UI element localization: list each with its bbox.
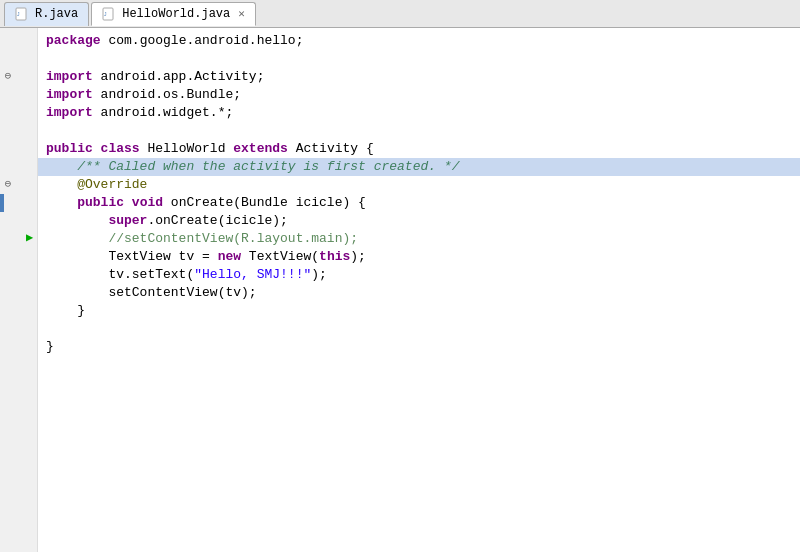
kw-new: new bbox=[218, 248, 249, 266]
tab-helloworld-label: HelloWorld.java bbox=[122, 7, 230, 21]
code-line-8: /** Called when the activity is first cr… bbox=[38, 158, 800, 176]
tab-r-java[interactable]: J R.java bbox=[4, 2, 89, 26]
code-line-4: import android.os.Bundle; bbox=[38, 86, 800, 104]
code-line-13: TextView tv = new TextView(this); bbox=[38, 248, 800, 266]
kw-import-3: import bbox=[46, 104, 101, 122]
code-line-10: public void onCreate(Bundle icicle) { bbox=[38, 194, 800, 212]
code-line-17 bbox=[38, 320, 800, 338]
import-bundle: android.os.Bundle; bbox=[101, 86, 241, 104]
kw-public-2: public bbox=[46, 194, 132, 212]
java-file-icon: J bbox=[15, 7, 29, 21]
tab-r-java-label: R.java bbox=[35, 7, 78, 21]
tab-bar: J R.java J HelloWorld.java ✕ bbox=[0, 0, 800, 28]
fold-imports-icon[interactable]: ⊖ bbox=[2, 68, 14, 82]
code-content[interactable]: package com.google.android.hello; import… bbox=[38, 28, 800, 552]
string-literal: "Hello, SMJ!!!" bbox=[194, 266, 311, 284]
code-line-5: import android.widget.*; bbox=[38, 104, 800, 122]
super-call: .onCreate(icicle); bbox=[147, 212, 287, 230]
textview-ctor-2: ); bbox=[350, 248, 366, 266]
class-name: HelloWorld bbox=[147, 140, 233, 158]
kw-class: class bbox=[101, 140, 148, 158]
javadoc-comment: /** Called when the activity is first cr… bbox=[46, 158, 459, 176]
bookmark-icon: ▶ bbox=[26, 230, 33, 245]
editor-window: J R.java J HelloWorld.java ✕ ⊖ ⊖ ▶ bbox=[0, 0, 800, 552]
code-line-9: @Override bbox=[38, 176, 800, 194]
code-line-3: import android.app.Activity; bbox=[38, 68, 800, 86]
code-line-2 bbox=[38, 50, 800, 68]
method-oncreate: onCreate(Bundle icicle) { bbox=[171, 194, 366, 212]
import-widget: android.widget.*; bbox=[101, 104, 234, 122]
annotation-override: @Override bbox=[46, 176, 147, 194]
brace-close-method: } bbox=[46, 302, 85, 320]
tab-close-icon[interactable]: ✕ bbox=[238, 7, 245, 20]
kw-import-2: import bbox=[46, 86, 101, 104]
code-line-6 bbox=[38, 122, 800, 140]
kw-super: super bbox=[46, 212, 147, 230]
pkg-name: com.google.android.hello; bbox=[108, 32, 303, 50]
textview-ctor-1: TextView( bbox=[249, 248, 319, 266]
editor-area: ⊖ ⊖ ▶ package com.google.android.hello; … bbox=[0, 28, 800, 552]
kw-import-1: import bbox=[46, 68, 101, 86]
import-activity: android.app.Activity; bbox=[101, 68, 265, 86]
kw-package: package bbox=[46, 32, 108, 50]
fold-override-icon[interactable]: ⊖ bbox=[2, 176, 14, 190]
textview-var: TextView tv = bbox=[46, 248, 218, 266]
setcontentview-call: setContentView(tv); bbox=[46, 284, 257, 302]
code-line-18: } bbox=[38, 338, 800, 356]
code-line-15: setContentView(tv); bbox=[38, 284, 800, 302]
java-file-icon-2: J bbox=[102, 7, 116, 21]
gutter: ⊖ ⊖ ▶ bbox=[0, 28, 38, 552]
code-line-12: //setContentView(R.layout.main); bbox=[38, 230, 800, 248]
kw-public-1: public bbox=[46, 140, 101, 158]
settext-call: tv.setText( bbox=[46, 266, 194, 284]
kw-this: this bbox=[319, 248, 350, 266]
tab-helloworld-java[interactable]: J HelloWorld.java ✕ bbox=[91, 2, 256, 26]
selection-bar bbox=[0, 194, 4, 212]
code-line-7: public class HelloWorld extends Activity… bbox=[38, 140, 800, 158]
kw-extends: extends bbox=[233, 140, 295, 158]
settext-close: ); bbox=[311, 266, 327, 284]
code-line-14: tv.setText("Hello, SMJ!!!"); bbox=[38, 266, 800, 284]
comment-disabled-line: //setContentView(R.layout.main); bbox=[46, 230, 358, 248]
class-extends: Activity { bbox=[296, 140, 374, 158]
code-line-11: super.onCreate(icicle); bbox=[38, 212, 800, 230]
code-line-16: } bbox=[38, 302, 800, 320]
kw-void: void bbox=[132, 194, 171, 212]
brace-close-class: } bbox=[46, 338, 54, 356]
code-line-1: package com.google.android.hello; bbox=[38, 32, 800, 50]
